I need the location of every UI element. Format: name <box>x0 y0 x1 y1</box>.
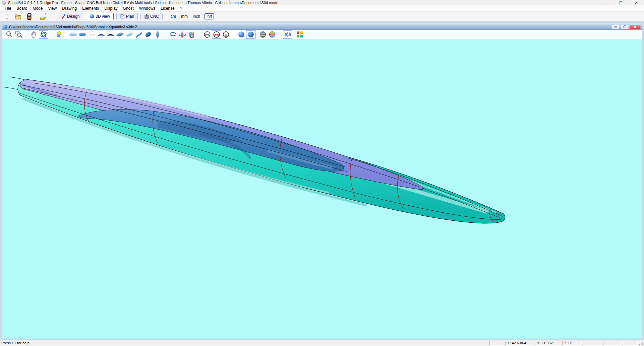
menu-drawing[interactable]: Drawing <box>59 6 79 11</box>
render-mesh-icon[interactable] <box>221 30 231 39</box>
save-icon[interactable] <box>24 12 34 21</box>
light-icon[interactable] <box>54 30 64 39</box>
view-back-icon[interactable] <box>106 30 115 39</box>
cnc-mode-button[interactable]: CNC <box>140 13 163 20</box>
menu-view[interactable]: View <box>45 6 59 11</box>
status-x-coordinate: X: 42 63/64" <box>505 341 534 346</box>
3d-view-mode-label: 3D view <box>96 14 110 19</box>
view-perspective-3-icon[interactable] <box>134 30 143 39</box>
render-wireframe-sections-icon[interactable] <box>212 30 221 39</box>
status-help-text: Press F1 for help <box>1 341 488 345</box>
status-panel-empty-1 <box>583 341 602 346</box>
view-perspective-4-icon[interactable] <box>143 30 153 39</box>
menu-help[interactable]: ? <box>177 6 185 11</box>
document-titlebar[interactable]: C:\Users\thoma\Documents\S3d models\Shap… <box>2 24 642 30</box>
color-tiles-icon[interactable] <box>295 30 304 39</box>
doc-close-button[interactable] <box>630 25 640 29</box>
plan-mode-button[interactable]: Plan <box>116 13 138 20</box>
minimize-button[interactable]: – <box>598 0 613 5</box>
svg-text:S: S <box>288 32 292 37</box>
doc-restore-button[interactable] <box>621 25 629 29</box>
render-textured-icon[interactable] <box>246 30 255 39</box>
menu-file[interactable]: File <box>2 6 14 11</box>
window-title: Shape3d X 9.1.2.1 Design Pro - Export - … <box>8 1 278 5</box>
plan-mode-label: Plan <box>126 14 134 19</box>
zoom-window-icon[interactable] <box>14 30 23 39</box>
menu-display[interactable]: Display <box>102 6 120 11</box>
svg-text:S: S <box>285 32 288 37</box>
pan-hand-icon[interactable] <box>30 30 39 39</box>
sphere-icon <box>90 14 94 19</box>
flip-board-icon[interactable] <box>187 30 196 39</box>
status-panel-empty-2 <box>603 341 622 346</box>
s3d-compare-icon[interactable]: SS <box>283 30 292 39</box>
maximize-button[interactable]: ☐ <box>613 0 629 5</box>
measurements-icon[interactable] <box>39 12 48 21</box>
document-icon <box>3 25 7 29</box>
menubar: File Board Mode View Drawing Elements Di… <box>0 5 644 12</box>
doc-minimize-button[interactable] <box>612 25 620 29</box>
status-y-coordinate: Y: 21.982" <box>535 341 561 346</box>
render-multicolor-icon[interactable] <box>268 30 277 39</box>
design-points-icon <box>61 14 66 19</box>
cnc-mode-label: CNC <box>150 14 159 19</box>
view-bottom-icon[interactable] <box>78 30 87 39</box>
close-button[interactable]: ✕ <box>629 0 644 5</box>
plan-document-icon <box>120 14 125 19</box>
zoom-icon[interactable] <box>5 30 14 39</box>
document-window: C:\Users\thoma\Documents\S3d models\Shap… <box>2 24 642 339</box>
viewport-canvas[interactable] <box>2 39 642 339</box>
statusbar: Press F1 for help X: 42 63/64" Y: 21.982… <box>0 340 644 346</box>
menu-windows[interactable]: Windows <box>136 6 158 11</box>
view-perspective-2-icon[interactable] <box>125 30 134 39</box>
mdi-area: C:\Users\thoma\Documents\S3d models\Shap… <box>0 21 644 340</box>
design-mode-button[interactable]: Design <box>58 13 83 20</box>
cnc-machine-icon <box>144 14 149 19</box>
render-wireframe-icon[interactable] <box>202 30 212 39</box>
unit-mm[interactable]: mm <box>180 14 188 19</box>
design-mode-label: Design <box>67 14 79 19</box>
unit-in-f[interactable]: in/f <box>204 13 214 19</box>
document-title: C:\Users\thoma\Documents\S3d models\Shap… <box>9 25 137 29</box>
view-vertical-icon[interactable] <box>153 30 162 39</box>
paddle-board-render <box>2 39 642 339</box>
render-striped-icon[interactable] <box>258 30 268 39</box>
rotate-view-icon[interactable] <box>168 30 178 39</box>
view-front-icon[interactable] <box>97 30 106 39</box>
menu-board[interactable]: Board <box>14 6 30 11</box>
unit-inch[interactable]: inch <box>192 14 201 19</box>
menu-ghost[interactable]: Ghost <box>120 6 136 11</box>
main-toolbar: Design 3D view Plan CNC cm mm inch in/f <box>0 12 644 21</box>
view-perspective-1-icon[interactable] <box>115 30 125 39</box>
status-panel-empty-3 <box>623 341 638 346</box>
app-icon <box>2 1 6 5</box>
unit-selector: cm mm inch in/f <box>170 13 214 19</box>
menu-license[interactable]: License <box>158 6 177 11</box>
render-solid-icon[interactable] <box>237 30 246 39</box>
view-top-icon[interactable] <box>68 30 78 39</box>
3d-view-mode-button[interactable]: 3D view <box>86 13 114 20</box>
unit-cm[interactable]: cm <box>170 14 177 19</box>
resize-grip[interactable] <box>638 341 643 346</box>
status-z-coordinate: Z: 0" <box>562 341 582 346</box>
menu-mode[interactable]: Mode <box>30 6 45 11</box>
rotate-board-icon[interactable] <box>178 30 187 39</box>
menu-elements[interactable]: Elements <box>79 6 102 11</box>
app-titlebar: Shape3d X 9.1.2.1 Design Pro - Export - … <box>0 0 644 5</box>
rotate-3d-icon[interactable] <box>39 30 48 39</box>
view-side-icon[interactable] <box>87 30 97 39</box>
viewport-toolbar: SS <box>2 30 642 39</box>
open-folder-icon[interactable] <box>13 12 22 21</box>
new-board-icon[interactable] <box>2 12 11 21</box>
status-panel-empty-0 <box>489 341 504 346</box>
